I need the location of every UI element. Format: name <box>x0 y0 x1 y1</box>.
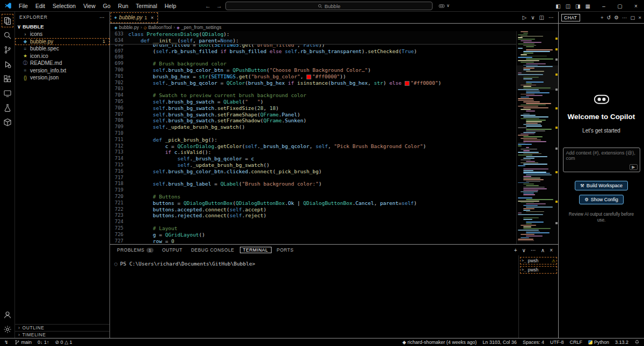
file-item-version_info.txt[interactable]: ≡version_info.txt <box>15 67 109 75</box>
titlebar: FileEditSelectionViewGoRunTerminalHelp ←… <box>0 0 644 12</box>
file-item-icons[interactable]: ›icons <box>15 31 109 38</box>
settings-icon[interactable]: ⚙ <box>614 14 619 20</box>
close-panel-icon[interactable]: × <box>550 247 553 253</box>
maximize-panel-icon[interactable]: ∧ <box>541 247 545 253</box>
menu-edit[interactable]: Edit <box>32 3 49 9</box>
bell-item[interactable] <box>634 340 640 345</box>
encoding-item[interactable]: UTF-8 <box>550 340 564 345</box>
menu-file[interactable]: File <box>15 3 32 9</box>
send-icon[interactable]: ▶ <box>630 164 637 170</box>
explorer-sidebar: EXPLORER ⋯ ∨ BUBBLE ›icons◆bubble.py1≡bu… <box>15 12 110 338</box>
menu-run[interactable]: Run <box>114 3 132 9</box>
activity-testing-icon[interactable] <box>1 100 14 115</box>
close-icon[interactable]: × <box>638 14 641 20</box>
more-actions-icon[interactable]: ⋯ <box>548 14 554 20</box>
terminal-item-2[interactable]: >_pwsh <box>520 266 557 274</box>
sidebar-bottom-sections: ›OUTLINE›TIMELINE <box>15 324 109 338</box>
file-item-README.md[interactable]: ⓘREADME.md <box>15 60 109 67</box>
run-python-icon[interactable]: ▷ <box>523 14 527 20</box>
code-editor[interactable]: 633class PreferencesDialog(QDialog):634 … <box>110 31 558 244</box>
customize-layout-icon[interactable]: ▦ <box>586 3 590 9</box>
section-outline[interactable]: ›OUTLINE <box>15 324 109 331</box>
file-label: icon.ico <box>30 53 48 59</box>
indentation-item[interactable]: Spaces: 4 <box>523 340 544 345</box>
toggle-sidebar-icon[interactable]: ◧ <box>555 3 560 9</box>
file-item-version.json[interactable]: {}version.json <box>15 74 109 82</box>
breadcrumb-BalloonTool[interactable]: ◇BalloonTool <box>144 25 172 30</box>
file-type-icon: ≡ <box>23 68 28 73</box>
breadcrumb-_pen_from_settings[interactable]: ◈_pen_from_settings <box>177 25 221 30</box>
activity-source-control-icon[interactable] <box>1 42 14 57</box>
activity-package-icon[interactable] <box>1 115 14 129</box>
panel-tab-output[interactable]: OUTPUT <box>158 246 186 254</box>
activity-remote-explorer-icon[interactable] <box>1 86 14 100</box>
split-editor-icon[interactable]: ◫ <box>539 14 544 20</box>
code-line-719: 719 <box>110 187 558 194</box>
panel-tab-debug-console[interactable]: DEBUG CONSOLE <box>187 246 238 254</box>
tab-chat[interactable]: CHAT <box>561 14 580 21</box>
section-timeline[interactable]: ›TIMELINE <box>15 331 109 338</box>
copilot-menu[interactable]: ∨ <box>438 3 450 9</box>
new-chat-icon[interactable]: + <box>601 14 604 20</box>
code-line-704: 704 # Swatch to preview current brush ba… <box>110 92 558 99</box>
code-line-721: 721 buttons = QDialogButtonBox(QDialogBu… <box>110 200 558 207</box>
branch-item[interactable]: main <box>14 340 32 345</box>
menu-view[interactable]: View <box>79 3 99 9</box>
sync-item[interactable]: 0↓ 1↑ <box>38 340 49 345</box>
terminal-profile-dropdown-icon[interactable]: ∨ <box>522 247 526 253</box>
toggle-secondary-sidebar-icon[interactable]: ◨ <box>575 3 580 9</box>
menu-go[interactable]: Go <box>99 3 114 9</box>
file-type-icon: › <box>23 32 28 37</box>
forward-icon[interactable]: → <box>216 3 222 9</box>
panel-tab-terminal[interactable]: TERMINAL <box>239 246 272 254</box>
maximize-icon[interactable]: ▢ <box>612 0 628 12</box>
problems-item[interactable]: ⊘ 0 △ 1 <box>55 340 72 345</box>
more-icon[interactable]: ⋯ <box>531 247 536 253</box>
show-config-button[interactable]: ⚙Show Config <box>579 195 624 204</box>
file-item-bubble.py[interactable]: ◆bubble.py1 <box>15 38 109 46</box>
file-item-bubble.spec[interactable]: ≡bubble.spec <box>15 45 109 53</box>
minimap[interactable] <box>516 31 558 244</box>
close-tab-icon[interactable]: × <box>151 15 153 20</box>
blame-item[interactable]: ◆ richard-shomaker (4 weeks ago) <box>402 340 477 345</box>
activity-account-icon[interactable] <box>1 307 14 322</box>
close-icon[interactable]: × <box>628 0 644 12</box>
activity-run-debug-icon[interactable] <box>1 57 14 71</box>
code-lines: 697 (self.rb_brush_filled if brush_fille… <box>110 48 558 244</box>
code-line-700: 700 self.brush_bg_color_btn = QPushButto… <box>110 67 558 73</box>
workspace-section[interactable]: ∨ BUBBLE <box>15 23 109 31</box>
run-dropdown-icon[interactable]: ∨ <box>531 14 535 20</box>
build-workspace-button[interactable]: ⚒Build Workspace <box>575 181 628 190</box>
menu-help[interactable]: Help <box>161 3 180 9</box>
command-center-search[interactable]: Bubble <box>225 2 433 10</box>
terminal[interactable]: ○ PS C:\Users\richard\Documents\GitHub\B… <box>110 255 558 267</box>
minimize-icon[interactable]: – <box>596 0 612 12</box>
chat-header: CHAT +↺⚙⋯▢× <box>559 12 644 24</box>
chat-input[interactable] <box>564 148 640 165</box>
language-item[interactable]: Python <box>588 340 609 345</box>
remote-indicator[interactable]: ↯ <box>4 340 9 345</box>
chat-input-box[interactable]: ▶ <box>563 148 640 172</box>
tab-bubble-py[interactable]: ◆ bubble.py 1 × <box>110 12 158 24</box>
eol-item[interactable]: CRLF <box>569 340 582 345</box>
terminal-item-1[interactable]: >_pwsh⚠ <box>520 257 557 264</box>
back-icon[interactable]: ← <box>205 3 211 9</box>
menu-terminal[interactable]: Terminal <box>132 3 161 9</box>
open-in-editor-icon[interactable]: ▢ <box>630 14 635 20</box>
activity-search-icon[interactable] <box>1 28 14 42</box>
history-icon[interactable]: ↺ <box>606 14 611 20</box>
file-item-icon.ico[interactable]: ★icon.ico <box>15 53 109 60</box>
panel-tab-problems[interactable]: PROBLEMS1 <box>113 246 157 254</box>
toggle-panel-icon[interactable]: ◫ <box>566 3 570 9</box>
panel-tab-ports[interactable]: PORTS <box>273 246 298 254</box>
menu-selection[interactable]: Selection <box>49 3 79 9</box>
more-icon[interactable]: ⋯ <box>622 14 627 20</box>
activity-explorer-icon[interactable] <box>1 13 14 28</box>
interpreter-item[interactable]: 3.13.2 <box>615 340 628 345</box>
activity-settings-icon[interactable] <box>1 322 14 336</box>
cursor-position-item[interactable]: Ln 3103, Col 36 <box>482 340 517 345</box>
more-actions-icon[interactable]: ⋯ <box>99 14 105 20</box>
activity-extensions-icon[interactable] <box>1 71 14 86</box>
breadcrumb-bubble.py[interactable]: ◆bubble.py <box>114 25 139 30</box>
new-terminal-icon[interactable]: + <box>514 247 517 253</box>
